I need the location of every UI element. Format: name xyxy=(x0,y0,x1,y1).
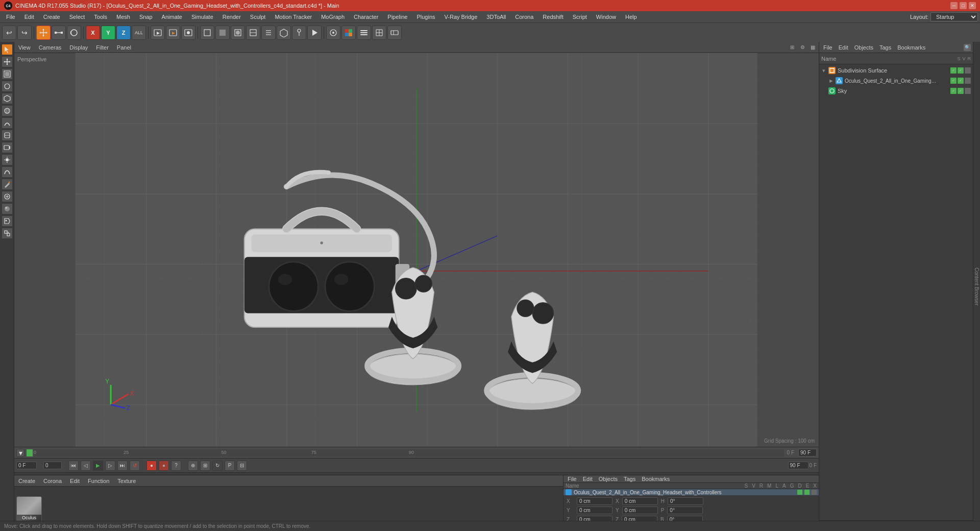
tl-step-back[interactable]: ◁ xyxy=(81,461,91,471)
tool-xref[interactable] xyxy=(2,228,13,239)
skeleton-button[interactable] xyxy=(292,26,306,40)
menu-select[interactable]: Select xyxy=(65,13,89,21)
menu-mesh[interactable]: Mesh xyxy=(112,13,134,21)
menu-motion-tracker[interactable]: Motion Tracker xyxy=(271,13,316,21)
tl-end-frame-field[interactable] xyxy=(798,449,817,456)
vp-menu-display[interactable]: Display xyxy=(67,44,90,51)
om-badge-r2[interactable] xyxy=(965,78,971,84)
tool-camera[interactable] xyxy=(2,142,13,153)
layout-dropdown[interactable]: Startup Standard Modeling xyxy=(930,12,978,21)
mat-menu-create[interactable]: Create xyxy=(16,477,37,485)
undo-button[interactable]: ↩ xyxy=(2,26,16,40)
menu-plugins[interactable]: Plugins xyxy=(412,13,439,21)
menu-help[interactable]: Help xyxy=(621,13,641,21)
menu-character[interactable]: Character xyxy=(350,13,382,21)
menu-tools[interactable]: Tools xyxy=(90,13,111,21)
menu-snap[interactable]: Snap xyxy=(135,13,157,21)
om-icon-search[interactable]: 🔍 xyxy=(964,44,971,51)
vp-icon-maximize[interactable]: ⊞ xyxy=(788,43,796,52)
om-item-sky[interactable]: Sky ✓ ✓ xyxy=(819,86,973,96)
attr-field-x-rot[interactable] xyxy=(622,497,658,505)
tool-cube[interactable] xyxy=(2,93,13,104)
tl-current-start[interactable] xyxy=(16,462,37,469)
tl-step-fwd[interactable]: ▷ xyxy=(105,461,115,471)
tl-play[interactable]: ▶ xyxy=(93,461,103,471)
tl-record-active[interactable]: ● xyxy=(146,461,157,471)
mat-menu-texture[interactable]: Texture xyxy=(115,477,138,485)
tl-frame-input[interactable] xyxy=(43,462,62,469)
rotate-tool-button[interactable] xyxy=(67,26,81,40)
render-view-button[interactable] xyxy=(151,26,165,40)
om-item-subdivision[interactable]: ▾ Subdivision Surface ✓ ✓ xyxy=(819,65,973,76)
attr-menu-file[interactable]: File xyxy=(566,475,579,482)
close-button[interactable]: ✕ xyxy=(969,2,976,9)
interactive-render-button[interactable] xyxy=(181,26,195,40)
om-badge-v2[interactable]: ✓ xyxy=(958,78,964,84)
tool-move[interactable] xyxy=(2,56,13,67)
tool-scale[interactable] xyxy=(2,68,13,80)
menu-vray[interactable]: V-Ray Bridge xyxy=(440,13,482,21)
tl-start-marker[interactable] xyxy=(27,449,33,456)
menu-file[interactable]: File xyxy=(2,13,19,21)
flat-shading-button[interactable] xyxy=(215,26,230,40)
z-axis-button[interactable]: Z xyxy=(116,26,131,40)
tl-key-param[interactable]: P xyxy=(225,461,235,471)
menu-animate[interactable]: Animate xyxy=(158,13,186,21)
menu-edit[interactable]: Edit xyxy=(20,13,38,21)
menu-create[interactable]: Create xyxy=(39,13,64,21)
om-menu-objects[interactable]: Objects xyxy=(852,44,875,51)
main-viewport[interactable]: Perspective xyxy=(14,53,819,447)
om-badge-v1[interactable]: ✓ xyxy=(958,67,964,74)
box-mode-button[interactable] xyxy=(277,26,291,40)
menu-3dtoall[interactable]: 3DToAll xyxy=(482,13,510,21)
isoparms-button[interactable] xyxy=(246,26,260,40)
render-picture-button[interactable] xyxy=(166,26,180,40)
tl-key-scale-tl[interactable]: ⊞ xyxy=(200,461,210,471)
tl-key-pla[interactable]: ⊟ xyxy=(237,461,247,471)
tool-material[interactable] xyxy=(2,203,13,214)
tl-auto-key[interactable]: ? xyxy=(171,461,181,471)
menu-sculpt[interactable]: Sculpt xyxy=(246,13,270,21)
om-menu-file[interactable]: File xyxy=(821,44,835,51)
vp-menu-panel[interactable]: Panel xyxy=(115,44,133,51)
vp-icon-settings[interactable]: ⚙ xyxy=(798,43,806,52)
tool-rotate[interactable] xyxy=(2,81,13,92)
menu-mograph[interactable]: MoGraph xyxy=(317,13,349,21)
layer-manager-button[interactable] xyxy=(357,26,371,40)
tool-sculpt-inflate[interactable] xyxy=(2,191,13,202)
om-menu-bookmarks[interactable]: Bookmarks xyxy=(895,44,927,51)
attr-field-y-pos[interactable] xyxy=(577,506,612,514)
vp-menu-cameras[interactable]: Cameras xyxy=(37,44,64,51)
tool-tag[interactable] xyxy=(2,215,13,227)
menu-script[interactable]: Script xyxy=(569,13,591,21)
om-badge-r1[interactable] xyxy=(965,67,971,74)
tl-record-all[interactable]: ● xyxy=(159,461,169,471)
attr-menu-tags[interactable]: Tags xyxy=(622,475,638,482)
tool-nurbs[interactable] xyxy=(2,117,13,129)
tl-go-start[interactable]: ⏮ xyxy=(68,461,79,471)
material-editor-button[interactable] xyxy=(341,26,356,40)
minimize-button[interactable]: ─ xyxy=(950,2,958,9)
tl-expand-btn[interactable]: ▾ xyxy=(16,449,24,457)
attr-field-x-pos[interactable] xyxy=(577,497,612,505)
attr-menu-objects[interactable]: Objects xyxy=(597,475,620,482)
om-menu-tags[interactable]: Tags xyxy=(877,44,893,51)
attr-menu-edit[interactable]: Edit xyxy=(581,475,595,482)
tool-sphere[interactable] xyxy=(2,105,13,116)
attr-field-h[interactable] xyxy=(668,497,703,505)
tl-go-end[interactable]: ⏭ xyxy=(117,461,128,471)
x-axis-button[interactable]: X xyxy=(86,26,100,40)
om-badge-v3[interactable]: ✓ xyxy=(958,88,964,94)
mat-menu-corona[interactable]: Corona xyxy=(41,477,64,485)
mat-menu-edit[interactable]: Edit xyxy=(68,477,82,485)
content-browser-tab[interactable]: Content Browser xyxy=(973,42,980,531)
grid-button[interactable] xyxy=(372,26,386,40)
y-axis-button[interactable]: Y xyxy=(101,26,115,40)
lines-button[interactable] xyxy=(261,26,276,40)
maximize-button[interactable]: □ xyxy=(960,2,967,9)
tl-key-move[interactable]: ⊕ xyxy=(188,461,198,471)
om-badge-s1[interactable]: ✓ xyxy=(950,67,957,74)
om-menu-edit[interactable]: Edit xyxy=(837,44,850,51)
object-properties-button[interactable] xyxy=(326,26,340,40)
menu-corona[interactable]: Corona xyxy=(511,13,537,21)
